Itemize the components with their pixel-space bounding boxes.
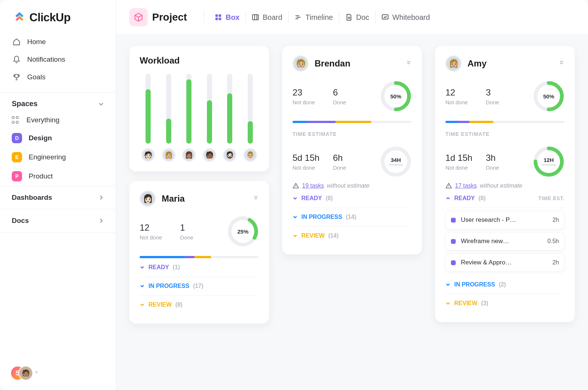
space-badge: P [12,171,22,181]
chevron-down-icon [445,301,451,306]
chevron-down-icon [98,101,104,107]
chevron-up-icon [445,196,451,201]
status-ready-expanded[interactable]: READY (8) TIME EST. [445,189,564,208]
tasks-without-estimate-link[interactable]: 17 tasks [455,183,477,189]
warning-icon [445,183,452,189]
task-name: Wireframe new… [461,238,542,245]
sidebar-dashboards-label: Dashboards [12,194,52,202]
separator [339,11,339,24]
bell-icon [12,55,21,64]
content: Workload 🧑🏻👩🏼👩🏽🧑🏾🧔🏻👨🏼 👩🏻 Maria 12Not don… [116,35,588,335]
chevron-down-icon [293,214,298,220]
space-item-design[interactable]: DDesign [0,129,116,148]
person-card-amy: 👩🏼 Amy 12Not done 3Done 50% TIME ESTIMAT… [435,46,575,322]
task-row[interactable]: User research - P…2h [445,211,564,229]
svg-rect-3 [219,18,221,20]
donut-value: 50% [380,80,412,112]
separator [245,11,246,24]
tab-label: Board [263,13,282,22]
sidebar-user[interactable]: S 🧑🏽 [0,357,116,390]
task-row[interactable]: Wireframe new…0.5h [445,232,564,250]
task-estimate: 2h [552,217,559,223]
tab-whiteboard[interactable]: Whiteboard [381,13,430,22]
avatar: 👩🏼 [445,55,462,72]
chevron-down-icon [140,265,145,270]
sidebar-docs-label: Docs [12,217,29,225]
nav-notifications[interactable]: Notifications [6,51,110,68]
sidebar-dashboards[interactable]: Dashboards [0,186,116,209]
tab-board[interactable]: Board [252,13,282,22]
status-in-progress[interactable]: IN PROGRESS(17) [140,277,259,296]
nav-goals[interactable]: Goals [6,68,110,86]
board-icon [252,14,259,21]
tab-label: Whiteboard [392,13,430,22]
bar-fill [207,100,212,144]
page-title: Project [152,11,187,23]
workload-bar [202,74,216,144]
tab-doc[interactable]: Doc [345,13,369,22]
status-in-progress[interactable]: IN PROGRESS(2) [445,275,564,294]
status-ready[interactable]: READY(8) [293,189,412,208]
spaces-everything[interactable]: Everything [0,112,116,129]
task-name: Review & Appro… [461,259,547,266]
separator [288,11,288,24]
box-icon [215,14,222,21]
nav-home[interactable]: Home [6,33,110,51]
chevron-down-icon [140,302,145,307]
status-ready[interactable]: READY(1) [140,258,259,277]
completion-donut: 50% [380,80,412,112]
workload-bar [162,74,176,144]
status-in-progress[interactable]: IN PROGRESS(14) [293,208,412,227]
bar-track [146,74,151,144]
space-badge: E [12,152,22,162]
status-progress-bar [293,121,412,123]
column-3: 👩🏼 Amy 12Not done 3Done 50% TIME ESTIMAT… [435,46,575,322]
chevron-down-icon [445,282,451,287]
status-review[interactable]: REVIEW(3) [445,294,564,313]
space-item-product[interactable]: PProduct [0,167,116,186]
collapse-icon[interactable] [559,61,564,66]
workload-avatar[interactable]: 🧑🏾 [202,148,216,162]
trophy-icon [12,73,21,81]
collapse-icon[interactable] [406,61,412,66]
person-card-maria: 👩🏻 Maria 12Not done 1Done 25% READY(1) I… [129,181,269,324]
workload-avatar[interactable]: 👩🏽 [182,148,196,162]
chevron-down-icon [293,196,298,201]
bar-fill [248,121,253,144]
task-name: User research - P… [461,216,547,224]
workload-bar [243,74,257,144]
svg-rect-4 [252,15,258,20]
no-estimate-warning: 17 tasks without estimate [445,183,564,189]
spaces-header[interactable]: Spaces [0,93,116,112]
bar-track [207,74,212,144]
done-value: 1 [180,223,220,233]
sidebar-docs[interactable]: Docs [0,209,116,232]
avatar: 🧑🏼 [293,55,309,72]
tab-timeline[interactable]: Timeline [294,13,333,22]
svg-rect-2 [215,18,218,20]
workload-avatar[interactable]: 🧔🏻 [223,148,237,162]
task-row[interactable]: Review & Appro…2h [445,253,564,272]
workload-bar [141,74,155,144]
status-review[interactable]: REVIEW(14) [293,227,412,245]
tasks-without-estimate-link[interactable]: 19 tasks [302,183,324,189]
avatar: 👩🏻 [140,191,156,207]
workload-avatar[interactable]: 👨🏼 [243,148,257,162]
clickup-logo-icon [13,11,26,24]
warning-icon [293,183,299,189]
workload-avatar[interactable]: 👩🏼 [162,148,176,162]
person-name: Brendan [315,58,350,69]
user-avatar-combo: S 🧑🏽 [10,366,31,381]
caret-down-icon [35,371,40,376]
timeline-icon [294,14,302,21]
separator [375,11,376,24]
workload-avatars: 🧑🏻👩🏼👩🏽🧑🏾🧔🏻👨🏼 [140,144,259,162]
status-review[interactable]: REVIEW(8) [140,296,259,314]
person-name: Maria [162,194,185,204]
tab-box[interactable]: Box [215,13,240,22]
space-item-engineering[interactable]: EEngineering [0,148,116,167]
collapse-icon[interactable] [253,196,259,202]
workload-avatar[interactable]: 🧑🏻 [141,148,155,162]
sidebar: ClickUp Home Notifications Goals Spaces … [0,0,116,390]
column-2: 🧑🏼 Brendan 23Not done 6Done 50% TIME EST… [282,46,422,254]
